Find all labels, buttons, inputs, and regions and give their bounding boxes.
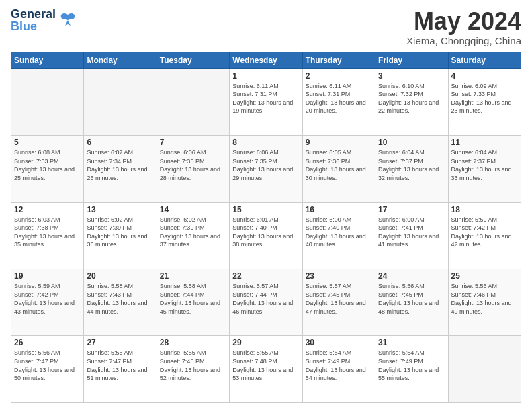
weekday-header-row: SundayMondayTuesdayWednesdayThursdayFrid… bbox=[11, 52, 521, 68]
month-title: May 2024 bbox=[406, 8, 521, 35]
calendar-cell: 14Sunrise: 6:02 AMSunset: 7:39 PMDayligh… bbox=[157, 202, 229, 269]
calendar-week-4: 19Sunrise: 5:59 AMSunset: 7:42 PMDayligh… bbox=[11, 269, 521, 336]
day-number: 29 bbox=[232, 338, 299, 347]
day-info: Sunrise: 5:57 AMSunset: 7:45 PMDaylight:… bbox=[306, 282, 372, 316]
day-info: Sunrise: 5:59 AMSunset: 7:42 PMDaylight:… bbox=[451, 216, 518, 249]
calendar-week-2: 5Sunrise: 6:08 AMSunset: 7:33 PMDaylight… bbox=[11, 136, 521, 202]
calendar-cell: 22Sunrise: 5:57 AMSunset: 7:44 PMDayligh… bbox=[230, 269, 302, 336]
calendar-cell: 7Sunrise: 6:06 AMSunset: 7:35 PMDaylight… bbox=[157, 136, 229, 202]
day-info: Sunrise: 5:54 AMSunset: 7:49 PMDaylight:… bbox=[306, 349, 372, 382]
day-info: Sunrise: 5:55 AMSunset: 7:48 PMDaylight:… bbox=[160, 349, 226, 382]
calendar-week-5: 26Sunrise: 5:56 AMSunset: 7:47 PMDayligh… bbox=[11, 336, 521, 403]
day-number: 6 bbox=[87, 138, 153, 147]
day-info: Sunrise: 6:00 AMSunset: 7:41 PMDaylight:… bbox=[378, 216, 445, 249]
calendar-cell: 9Sunrise: 6:05 AMSunset: 7:36 PMDaylight… bbox=[302, 136, 375, 202]
weekday-sunday: Sunday bbox=[11, 52, 84, 68]
calendar-cell: 10Sunrise: 6:04 AMSunset: 7:37 PMDayligh… bbox=[375, 136, 448, 202]
calendar-cell bbox=[448, 336, 521, 403]
calendar-cell: 23Sunrise: 5:57 AMSunset: 7:45 PMDayligh… bbox=[302, 269, 375, 336]
day-number: 13 bbox=[87, 205, 153, 214]
day-info: Sunrise: 5:54 AMSunset: 7:49 PMDaylight:… bbox=[378, 349, 445, 382]
day-number: 5 bbox=[14, 138, 81, 147]
day-number: 15 bbox=[232, 205, 299, 214]
day-number: 24 bbox=[378, 271, 445, 281]
calendar-cell: 12Sunrise: 6:03 AMSunset: 7:38 PMDayligh… bbox=[11, 202, 84, 269]
logo: General Blue bbox=[11, 8, 77, 32]
calendar-cell: 20Sunrise: 5:58 AMSunset: 7:43 PMDayligh… bbox=[84, 269, 157, 336]
day-info: Sunrise: 6:05 AMSunset: 7:36 PMDaylight:… bbox=[306, 148, 372, 182]
day-info: Sunrise: 5:57 AMSunset: 7:44 PMDaylight:… bbox=[232, 282, 299, 316]
day-number: 25 bbox=[451, 271, 518, 281]
day-number: 28 bbox=[160, 338, 226, 347]
location-title: Xiema, Chongqing, China bbox=[406, 35, 521, 46]
weekday-tuesday: Tuesday bbox=[157, 52, 229, 68]
calendar-cell: 24Sunrise: 5:56 AMSunset: 7:45 PMDayligh… bbox=[375, 269, 448, 336]
weekday-friday: Friday bbox=[375, 52, 448, 68]
calendar-cell: 31Sunrise: 5:54 AMSunset: 7:49 PMDayligh… bbox=[375, 336, 448, 403]
day-info: Sunrise: 6:08 AMSunset: 7:33 PMDaylight:… bbox=[14, 148, 81, 182]
calendar-cell: 21Sunrise: 5:58 AMSunset: 7:44 PMDayligh… bbox=[157, 269, 229, 336]
day-number: 8 bbox=[232, 138, 299, 147]
day-info: Sunrise: 5:56 AMSunset: 7:45 PMDaylight:… bbox=[378, 282, 445, 316]
day-number: 1 bbox=[232, 71, 299, 81]
day-number: 7 bbox=[160, 138, 226, 147]
weekday-thursday: Thursday bbox=[302, 52, 375, 68]
day-info: Sunrise: 5:55 AMSunset: 7:48 PMDaylight:… bbox=[232, 349, 299, 382]
calendar-cell bbox=[11, 68, 84, 135]
day-info: Sunrise: 6:00 AMSunset: 7:40 PMDaylight:… bbox=[306, 216, 372, 249]
calendar-cell: 5Sunrise: 6:08 AMSunset: 7:33 PMDaylight… bbox=[11, 136, 84, 202]
calendar-cell: 16Sunrise: 6:00 AMSunset: 7:40 PMDayligh… bbox=[302, 202, 375, 269]
day-info: Sunrise: 6:11 AMSunset: 7:31 PMDaylight:… bbox=[306, 82, 372, 116]
day-number: 16 bbox=[306, 205, 372, 214]
calendar-cell: 13Sunrise: 6:02 AMSunset: 7:39 PMDayligh… bbox=[84, 202, 157, 269]
logo-general: General bbox=[11, 8, 56, 20]
day-number: 23 bbox=[306, 271, 372, 281]
calendar-body: 1Sunrise: 6:11 AMSunset: 7:31 PMDaylight… bbox=[11, 68, 521, 402]
day-info: Sunrise: 6:09 AMSunset: 7:33 PMDaylight:… bbox=[451, 82, 518, 116]
calendar-cell: 19Sunrise: 5:59 AMSunset: 7:42 PMDayligh… bbox=[11, 269, 84, 336]
day-info: Sunrise: 6:10 AMSunset: 7:32 PMDaylight:… bbox=[378, 82, 445, 116]
calendar-cell: 28Sunrise: 5:55 AMSunset: 7:48 PMDayligh… bbox=[157, 336, 229, 403]
day-number: 27 bbox=[87, 338, 153, 347]
day-info: Sunrise: 6:01 AMSunset: 7:40 PMDaylight:… bbox=[232, 216, 299, 249]
day-number: 14 bbox=[160, 205, 226, 214]
page: General Blue May 2024 Xiema, Chongqing, … bbox=[0, 0, 532, 411]
day-number: 3 bbox=[378, 71, 445, 81]
title-block: May 2024 Xiema, Chongqing, China bbox=[406, 8, 521, 46]
day-number: 30 bbox=[306, 338, 372, 347]
calendar-cell: 15Sunrise: 6:01 AMSunset: 7:40 PMDayligh… bbox=[230, 202, 302, 269]
calendar-cell: 4Sunrise: 6:09 AMSunset: 7:33 PMDaylight… bbox=[448, 68, 521, 135]
calendar-cell: 2Sunrise: 6:11 AMSunset: 7:31 PMDaylight… bbox=[302, 68, 375, 135]
day-info: Sunrise: 6:04 AMSunset: 7:37 PMDaylight:… bbox=[451, 148, 518, 182]
calendar-cell: 29Sunrise: 5:55 AMSunset: 7:48 PMDayligh… bbox=[230, 336, 302, 403]
day-number: 12 bbox=[14, 205, 81, 214]
day-number: 19 bbox=[14, 271, 81, 281]
day-info: Sunrise: 5:56 AMSunset: 7:47 PMDaylight:… bbox=[14, 349, 81, 382]
day-info: Sunrise: 6:03 AMSunset: 7:38 PMDaylight:… bbox=[14, 216, 81, 249]
day-number: 20 bbox=[87, 271, 153, 281]
weekday-saturday: Saturday bbox=[448, 52, 521, 68]
day-number: 31 bbox=[378, 338, 445, 347]
day-number: 26 bbox=[14, 338, 81, 347]
weekday-wednesday: Wednesday bbox=[230, 52, 302, 68]
day-number: 21 bbox=[160, 271, 226, 281]
day-number: 2 bbox=[306, 71, 372, 81]
calendar-cell: 27Sunrise: 5:55 AMSunset: 7:47 PMDayligh… bbox=[84, 336, 157, 403]
calendar-cell: 30Sunrise: 5:54 AMSunset: 7:49 PMDayligh… bbox=[302, 336, 375, 403]
day-number: 4 bbox=[451, 71, 518, 81]
day-info: Sunrise: 5:58 AMSunset: 7:44 PMDaylight:… bbox=[160, 282, 226, 316]
calendar-cell: 25Sunrise: 5:56 AMSunset: 7:46 PMDayligh… bbox=[448, 269, 521, 336]
day-number: 11 bbox=[451, 138, 518, 147]
day-info: Sunrise: 6:06 AMSunset: 7:35 PMDaylight:… bbox=[232, 148, 299, 182]
day-info: Sunrise: 5:55 AMSunset: 7:47 PMDaylight:… bbox=[87, 349, 153, 382]
weekday-monday: Monday bbox=[84, 52, 157, 68]
calendar-week-1: 1Sunrise: 6:11 AMSunset: 7:31 PMDaylight… bbox=[11, 68, 521, 135]
day-number: 10 bbox=[378, 138, 445, 147]
day-info: Sunrise: 6:06 AMSunset: 7:35 PMDaylight:… bbox=[160, 148, 226, 182]
day-info: Sunrise: 6:02 AMSunset: 7:39 PMDaylight:… bbox=[87, 216, 153, 249]
calendar-week-3: 12Sunrise: 6:03 AMSunset: 7:38 PMDayligh… bbox=[11, 202, 521, 269]
logo-blue: Blue bbox=[11, 20, 56, 32]
day-info: Sunrise: 5:56 AMSunset: 7:46 PMDaylight:… bbox=[451, 282, 518, 316]
header: General Blue May 2024 Xiema, Chongqing, … bbox=[11, 8, 521, 46]
calendar-cell: 26Sunrise: 5:56 AMSunset: 7:47 PMDayligh… bbox=[11, 336, 84, 403]
